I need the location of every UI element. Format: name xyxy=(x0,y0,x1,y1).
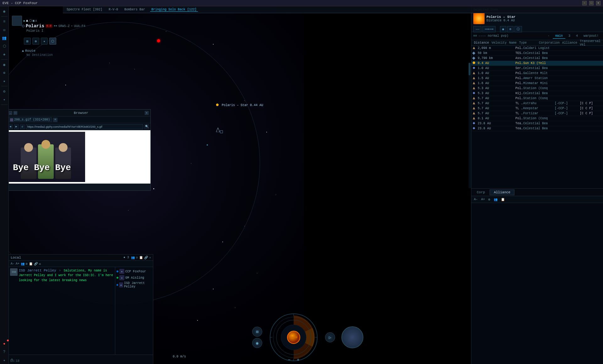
local-chat-note-icon[interactable]: 📋 xyxy=(139,256,143,260)
browser-minimize-btn[interactable]: _ xyxy=(8,111,12,115)
warp-plus-btn[interactable]: + xyxy=(297,357,299,362)
chat-tool-2[interactable]: ⚙ xyxy=(26,262,28,266)
tab-spectre-fleet[interactable]: Spectre Fleet [392] xyxy=(65,8,104,11)
chat-font-larger-btn[interactable]: A+ xyxy=(16,262,19,265)
ov-row-polaris-VII[interactable]: 5.7 AU Polaris VII – Station (Conq xyxy=(471,96,603,101)
ov-row-polaris-IV[interactable]: 1.6 AU Polaris IV – Minmatar Mini xyxy=(471,81,603,86)
browser-forward-btn[interactable]: ▶ xyxy=(14,124,19,129)
browser-close-btn[interactable]: ✕ xyxy=(145,111,149,115)
hud-btn-drone[interactable]: ▷ xyxy=(325,332,335,342)
corp-tab-corp[interactable]: Corp xyxy=(473,190,489,195)
ov-row-team-a-warp[interactable]: 23.8 AU Team A Warp Celestial Bea xyxy=(471,121,603,126)
sidebar-icon-mail[interactable]: ✉ xyxy=(1,26,8,34)
chat-user-gm-aisling[interactable]: ◈ GM Aisling xyxy=(117,275,152,281)
tab-bringing-solo-back[interactable]: Bringing Solo Back [122] xyxy=(150,8,198,12)
tab-rvo[interactable]: R-V-0 xyxy=(107,8,119,11)
col-corporation[interactable]: Corporation xyxy=(538,41,561,45)
action-align-btn[interactable]: →→ xyxy=(473,26,481,32)
ov-row-tl-fortizar[interactable]: 5.7 AU TL Fortizar Fortizar [-CCP-] [C C… xyxy=(471,111,603,116)
local-chat-close-icon[interactable]: ✕ xyxy=(149,256,151,260)
local-chat-settings-icon[interactable]: 👥 xyxy=(131,256,135,260)
local-chat-gear-icon[interactable]: ⚙ xyxy=(136,256,138,260)
local-chat-link-icon[interactable]: 🔗 xyxy=(144,256,148,260)
system-link-2[interactable]: UUA-F4 xyxy=(74,24,85,28)
sys-btn-directional[interactable]: ⬡ xyxy=(49,38,56,45)
overview-tab-4[interactable]: 4 xyxy=(573,34,580,39)
chat-user-isd-jarrett[interactable]: ◈ ISD Jarrett Pelley xyxy=(117,281,152,289)
action-target-btn[interactable]: ⊕ xyxy=(507,26,513,32)
overview-scrollbar-track[interactable] xyxy=(469,63,471,188)
chat-tool-5[interactable]: ✉ xyxy=(39,262,41,266)
action-info-btn[interactable]: ⓘ xyxy=(514,26,522,32)
hud-btn-scanner[interactable]: ◉ xyxy=(252,338,262,348)
browser-url-input[interactable] xyxy=(26,124,143,129)
action-look-btn[interactable]: ◉ xyxy=(500,26,506,32)
hud-btn-overview[interactable]: ⊞ xyxy=(252,327,262,337)
sidebar-icon-people[interactable]: 👥 xyxy=(1,34,8,42)
col-distance[interactable]: Distance xyxy=(473,41,490,45)
sidebar-icon-fitting[interactable]: ⚙ xyxy=(1,88,8,95)
corp-tool-font-smaller[interactable]: A- xyxy=(473,197,479,201)
sidebar-icon-map[interactable]: ◉ xyxy=(1,61,8,68)
tab-bombers-bar[interactable]: Bombers Bar xyxy=(123,8,146,11)
col-name[interactable]: Name xyxy=(508,41,518,45)
sidebar-icon-market[interactable]: ⬡ xyxy=(1,42,8,50)
overview-tab-warpout[interactable]: warpout! xyxy=(581,34,601,39)
warp-minus-btn[interactable]: − xyxy=(288,357,291,362)
chat-font-smaller-btn[interactable]: A- xyxy=(11,262,14,265)
ov-row-hijacked[interactable]: 5.3 AU Hijacked Subs Celestial Bea xyxy=(471,91,603,96)
sidebar-icon-search[interactable]: ⊕ xyxy=(1,69,8,77)
browser-refresh-btn[interactable]: ↺ xyxy=(20,124,25,129)
sys-btn-scanner[interactable]: ⊕ xyxy=(32,38,39,45)
overview-settings-icon[interactable]: ≡≡ xyxy=(473,34,477,38)
sidebar-icon-wallet[interactable]: ◈ xyxy=(1,51,8,58)
sidebar-icon-industry[interactable]: ✦ xyxy=(1,96,8,103)
minimize-button[interactable]: ─ xyxy=(582,1,587,5)
polaris-star-label[interactable]: Polaris – Star 0.44 AU xyxy=(216,104,263,107)
close-button[interactable]: ✕ xyxy=(596,1,600,5)
corp-icon[interactable]: ▣ xyxy=(33,19,35,23)
ov-row-polaris-star[interactable]: 0.4 AU Polaris – Sta Sun K3 (Yell xyxy=(471,61,603,66)
chat-messages-area[interactable]: ISD ISD Jarrett Pelley › Salutations, My… xyxy=(9,267,115,355)
sys-btn-map[interactable]: ⊞ xyxy=(24,38,31,45)
browser-go-btn[interactable]: 🔍 xyxy=(144,124,149,129)
ov-row-test-beacon[interactable]: 50 km TEST BEACON Celestial Bea xyxy=(471,51,603,56)
overview-tab-3[interactable]: 3 xyxy=(566,34,573,39)
ov-row-tl-astrahu[interactable]: 5.7 AU TL Astrahu Astrahu [-CCP-] [C C P… xyxy=(471,101,603,106)
col-velocity[interactable]: Velocity xyxy=(490,41,508,45)
maximize-button[interactable]: □ xyxy=(589,1,594,5)
ov-row-polaris-VI[interactable]: 5.3 AU Polaris VI – Station (Conq xyxy=(471,86,603,91)
ov-row-tl-keepstar[interactable]: 5.7 AU TL Keepstar Keepstar [-CCP-] [C C… xyxy=(471,106,603,111)
corp-tab-alliance[interactable]: Alliance xyxy=(490,190,514,195)
sidebar-icon-character[interactable]: ◉ xyxy=(1,8,8,15)
corp-tool-members[interactable]: 👥 xyxy=(492,197,499,202)
col-type[interactable]: Type xyxy=(518,41,538,45)
chat-user-ccp-foxfour[interactable]: ◈ CCP FoxFour xyxy=(117,268,152,275)
sidebar-icon-help[interactable]: ? xyxy=(1,348,8,356)
sidebar-icon-standings[interactable]: ★ xyxy=(1,77,8,85)
fitting-icon[interactable]: ⚓ xyxy=(35,19,37,23)
warp-center-icon[interactable]: ⟹ xyxy=(290,334,297,340)
sidebar-icon-chat[interactable]: ≡ xyxy=(1,18,8,25)
overview-tab-dot[interactable]: · xyxy=(545,34,552,39)
col-alliance[interactable]: Alliance xyxy=(561,41,579,45)
system-link-1[interactable]: SRWS-Z xyxy=(58,24,70,28)
corp-tool-bulletins[interactable]: 📋 xyxy=(500,197,506,202)
browser-add-tab-btn[interactable]: + xyxy=(53,118,57,122)
ov-row-assaulted[interactable]: 9,790 km Assaulted Min Celestial Bea xyxy=(471,56,603,61)
corp-tool-settings[interactable]: ⚙ xyxy=(487,197,492,202)
ov-row-polaris-VIII[interactable]: 8.1 AU Polaris VIII – Station (Conq xyxy=(471,116,603,121)
browser-tab-1[interactable]: 200_s.gif (331×200) xyxy=(8,117,52,122)
wallet-icon[interactable]: ⬡ xyxy=(29,19,32,23)
chat-tool-1[interactable]: 👥 xyxy=(21,262,24,266)
chat-sender-1[interactable]: ISD Jarrett Pelley xyxy=(19,269,56,272)
system-name[interactable]: Polaris xyxy=(26,24,44,29)
overview-tab-main[interactable]: main xyxy=(553,34,565,39)
ov-row-polaris-I[interactable]: 2,098 m Polaris I – P Caldari Logist xyxy=(471,46,603,51)
col-transversal[interactable]: Transversal Vel xyxy=(579,40,602,46)
sidebar-icon-settings[interactable]: ✦ xyxy=(1,356,8,364)
ov-row-polaris-III[interactable]: 1.5 AU Polaris III – Amarr Station xyxy=(471,76,603,81)
sys-btn-probe[interactable]: ✦ xyxy=(41,38,48,45)
ov-row-polaris-II[interactable]: 1.0 AU Polaris II – P Gallente Milt xyxy=(471,71,603,76)
action-warp-btn[interactable]: ⟹⟹ xyxy=(482,26,496,32)
